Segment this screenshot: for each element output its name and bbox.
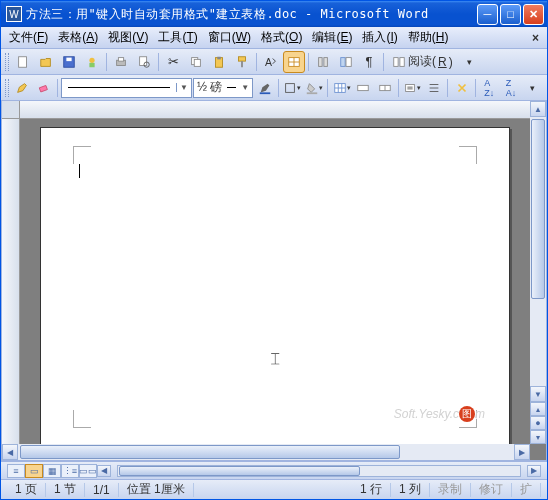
menubar: 文件(F) 表格(A) 视图(V) 工具(T) 窗口(W) 格式(O) 编辑(E… xyxy=(1,27,547,49)
view-switch-bar: ≡ ▭ ▦ ⋮≡ ▭▭ ◀ ▶ xyxy=(1,461,547,479)
browse-object-button[interactable]: ● xyxy=(530,416,546,430)
word-app-icon: W xyxy=(6,6,22,22)
status-page: 1 页 xyxy=(7,483,46,497)
minimize-button[interactable]: ─ xyxy=(477,4,498,25)
merge-cells-button[interactable] xyxy=(353,77,374,99)
hscroll-right-button[interactable]: ▶ xyxy=(527,465,541,477)
draw-table-button[interactable] xyxy=(283,51,305,73)
outside-border-button[interactable]: ▾ xyxy=(282,77,303,99)
view-hscroll-thumb[interactable] xyxy=(119,466,360,476)
view-hscroll-track[interactable] xyxy=(117,465,521,477)
line-style-select[interactable]: ▼ xyxy=(61,78,192,98)
toolbar-options-2-button[interactable]: ▾ xyxy=(522,77,543,99)
distribute-rows-button[interactable] xyxy=(424,77,445,99)
scroll-left-button[interactable]: ◀ xyxy=(2,444,18,460)
columns-button[interactable] xyxy=(312,51,334,73)
menu-help[interactable]: 帮助(H) xyxy=(404,27,453,48)
reading-view-button[interactable]: ▭▭ xyxy=(79,464,97,478)
watermark-logo-icon: 图 xyxy=(459,406,475,422)
eraser-button[interactable] xyxy=(34,77,55,99)
toolbar-handle-2[interactable] xyxy=(5,79,9,97)
svg-rect-22 xyxy=(346,57,351,66)
hscroll-left-button[interactable]: ◀ xyxy=(97,465,111,477)
svg-rect-6 xyxy=(118,57,123,61)
document-viewport[interactable]: ⌶ Soft.Yesky.c图m xyxy=(20,119,530,444)
line-weight-select[interactable]: ½ 磅▼ xyxy=(193,78,253,98)
status-line: 1 行 xyxy=(352,483,391,497)
scroll-thumb-v[interactable] xyxy=(531,119,545,299)
status-section: 1 节 xyxy=(46,483,85,497)
horizontal-scrollbar[interactable]: ◀ ▶ xyxy=(2,444,530,460)
open-button[interactable] xyxy=(35,51,57,73)
align-button[interactable]: ▾ xyxy=(402,77,423,99)
print-layout-view-button[interactable]: ▭ xyxy=(25,464,43,478)
svg-rect-24 xyxy=(400,57,404,66)
scroll-right-button[interactable]: ▶ xyxy=(514,444,530,460)
shading-color-button[interactable]: ▾ xyxy=(304,77,325,99)
svg-rect-0 xyxy=(19,56,27,67)
insert-table-button[interactable]: ▾ xyxy=(331,77,352,99)
svg-rect-26 xyxy=(259,92,270,94)
outline-view-button[interactable]: ⋮≡ xyxy=(61,464,79,478)
web-layout-view-button[interactable]: ▦ xyxy=(43,464,61,478)
vertical-ruler[interactable] xyxy=(2,119,20,444)
print-button[interactable] xyxy=(110,51,132,73)
menu-file[interactable]: 文件(F) xyxy=(5,27,52,48)
sort-asc-button[interactable]: AZ↓ xyxy=(479,77,500,99)
close-button[interactable]: ✕ xyxy=(523,4,544,25)
normal-view-button[interactable]: ≡ xyxy=(7,464,25,478)
draw-pencil-button[interactable] xyxy=(12,77,33,99)
autoformat-button[interactable] xyxy=(451,77,472,99)
menu-window[interactable]: 窗口(W) xyxy=(204,27,255,48)
svg-text:A: A xyxy=(265,55,272,67)
menu-view[interactable]: 视图(V) xyxy=(104,27,152,48)
show-marks-button[interactable]: ¶ xyxy=(358,51,380,73)
svg-rect-7 xyxy=(140,56,147,65)
status-ext[interactable]: 扩 xyxy=(512,483,541,497)
svg-rect-23 xyxy=(394,57,398,66)
svg-rect-28 xyxy=(307,92,318,94)
prev-page-button[interactable]: ▴ xyxy=(530,402,546,416)
char-scaling-button[interactable]: A xyxy=(260,51,282,73)
paste-button[interactable] xyxy=(208,51,230,73)
ibeam-pointer-icon: ⌶ xyxy=(271,350,279,366)
cut-button[interactable]: ✂ xyxy=(162,51,184,73)
document-page[interactable]: ⌶ Soft.Yesky.c图m xyxy=(40,127,510,444)
doc-map-button[interactable] xyxy=(335,51,357,73)
toolbar-options-button[interactable]: ▾ xyxy=(459,51,481,73)
save-button[interactable] xyxy=(58,51,80,73)
svg-rect-19 xyxy=(319,57,323,66)
menu-insert[interactable]: 插入(I) xyxy=(358,27,401,48)
maximize-button[interactable]: □ xyxy=(500,4,521,25)
svg-rect-21 xyxy=(341,57,345,66)
status-rec[interactable]: 录制 xyxy=(430,483,471,497)
permissions-button[interactable] xyxy=(81,51,103,73)
toolbar-handle[interactable] xyxy=(5,53,9,71)
format-painter-button[interactable] xyxy=(231,51,253,73)
border-color-button[interactable] xyxy=(254,77,275,99)
split-cells-button[interactable] xyxy=(375,77,396,99)
sort-desc-button[interactable]: ZA↓ xyxy=(501,77,522,99)
horizontal-ruler[interactable] xyxy=(20,101,530,119)
reading-layout-button[interactable]: 阅读(R) xyxy=(387,52,458,72)
next-page-button[interactable]: ▾ xyxy=(530,430,546,444)
document-area: ⌶ Soft.Yesky.c图m ▲ ▼ ▴ ● ▾ ◀ ▶ xyxy=(1,101,547,461)
vertical-scrollbar[interactable]: ▲ ▼ ▴ ● ▾ xyxy=(530,101,546,444)
menu-table[interactable]: 表格(A) xyxy=(54,27,102,48)
crop-mark-tl xyxy=(73,146,91,164)
scroll-up-button[interactable]: ▲ xyxy=(530,101,546,117)
standard-toolbar: ✂ A ¶ 阅读(R) ▾ xyxy=(1,49,547,75)
menu-format[interactable]: 格式(O) xyxy=(257,27,306,48)
copy-button[interactable] xyxy=(185,51,207,73)
status-rev[interactable]: 修订 xyxy=(471,483,512,497)
new-doc-button[interactable] xyxy=(12,51,34,73)
svg-rect-10 xyxy=(194,59,200,66)
menu-tools[interactable]: 工具(T) xyxy=(154,27,201,48)
print-preview-button[interactable] xyxy=(133,51,155,73)
status-pageof: 1/1 xyxy=(85,483,119,497)
close-document-button[interactable]: × xyxy=(528,31,543,45)
status-pos: 位置 1厘米 xyxy=(119,483,194,497)
scroll-thumb-h[interactable] xyxy=(20,445,400,459)
menu-edit[interactable]: 编辑(E) xyxy=(308,27,356,48)
scroll-down-button[interactable]: ▼ xyxy=(530,386,546,402)
